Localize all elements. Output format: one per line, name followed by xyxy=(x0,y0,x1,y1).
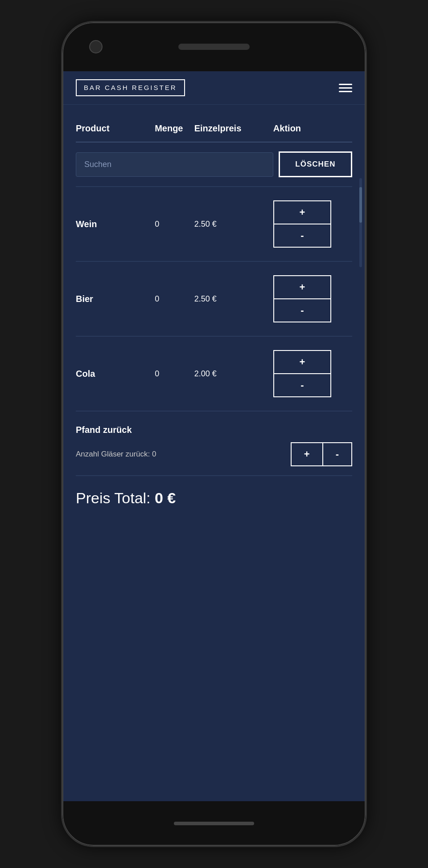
action-buttons-wein: + - xyxy=(273,200,352,248)
pfand-title: Pfand zurück xyxy=(76,425,352,435)
hamburger-menu[interactable] xyxy=(339,84,352,92)
col-einzelpreis: Einzelpreis xyxy=(194,123,273,134)
pfand-section: Pfand zurück Anzahl Gläser zurück: 0 + - xyxy=(76,412,352,476)
plus-button-bier[interactable]: + xyxy=(273,275,331,299)
search-input[interactable] xyxy=(76,152,273,177)
plus-button-wein[interactable]: + xyxy=(273,200,331,224)
product-qty-wein: 0 xyxy=(155,220,194,229)
minus-button-bier[interactable]: - xyxy=(273,299,331,322)
bottom-bar xyxy=(62,801,366,846)
total-label: Preis Total: xyxy=(76,489,155,506)
scrollbar-thumb xyxy=(359,187,362,223)
front-camera xyxy=(89,40,103,53)
total-amount: 0 € xyxy=(155,489,176,506)
logo-text: BAR CASH REGISTER xyxy=(84,84,177,91)
product-qty-bier: 0 xyxy=(155,294,194,304)
product-price-wein: 2.50 € xyxy=(194,220,273,229)
pfand-plus-button[interactable]: + xyxy=(291,442,323,466)
spacer xyxy=(325,40,339,53)
product-price-cola: 2.00 € xyxy=(194,369,273,379)
search-row: LÖSCHEN xyxy=(76,143,352,187)
product-name-wein: Wein xyxy=(76,219,155,229)
hamburger-line-3 xyxy=(339,91,352,92)
product-name-bier: Bier xyxy=(76,294,155,304)
search-wrapper xyxy=(76,152,273,177)
total-section: Preis Total: 0 € xyxy=(76,476,352,511)
plus-button-cola[interactable]: + xyxy=(273,350,331,374)
action-buttons-bier: + - xyxy=(273,275,352,322)
screen: BAR CASH REGISTER Product Menge Einzelpr… xyxy=(62,71,366,801)
loeschen-button[interactable]: LÖSCHEN xyxy=(279,151,352,177)
speaker xyxy=(178,44,250,50)
pfand-minus-button[interactable]: - xyxy=(323,442,352,466)
phone-frame: BAR CASH REGISTER Product Menge Einzelpr… xyxy=(62,22,366,846)
product-price-bier: 2.50 € xyxy=(194,294,273,304)
product-row-wein: Wein 0 2.50 € + - xyxy=(76,187,352,262)
total-text: Preis Total: 0 € xyxy=(76,489,352,507)
product-row-cola: Cola 0 2.00 € + - xyxy=(76,337,352,412)
action-buttons-cola: + - xyxy=(273,350,352,397)
product-name-cola: Cola xyxy=(76,369,155,379)
pfand-row: Anzahl Gläser zurück: 0 + - xyxy=(76,442,352,466)
top-bar xyxy=(62,22,366,71)
pfand-label: Anzahl Gläser zurück: 0 xyxy=(76,450,282,459)
scrollbar-track[interactable] xyxy=(359,178,362,267)
logo-box: BAR CASH REGISTER xyxy=(76,79,185,96)
col-aktion: Aktion xyxy=(273,123,352,134)
nav-bar: BAR CASH REGISTER xyxy=(62,71,366,105)
product-row-bier: Bier 0 2.50 € + - xyxy=(76,262,352,337)
hamburger-line-2 xyxy=(339,87,352,89)
col-product: Product xyxy=(76,123,155,134)
pfand-btn-group: + - xyxy=(291,442,352,466)
home-indicator[interactable] xyxy=(174,822,254,825)
minus-button-cola[interactable]: - xyxy=(273,374,331,397)
minus-button-wein[interactable]: - xyxy=(273,224,331,248)
hamburger-line-1 xyxy=(339,84,352,85)
col-menge: Menge xyxy=(155,123,194,134)
table-header: Product Menge Einzelpreis Aktion xyxy=(76,118,352,143)
main-content: Product Menge Einzelpreis Aktion LÖSCHEN… xyxy=(62,105,366,801)
product-qty-cola: 0 xyxy=(155,369,194,379)
loeschen-wrapper: LÖSCHEN xyxy=(273,151,352,177)
